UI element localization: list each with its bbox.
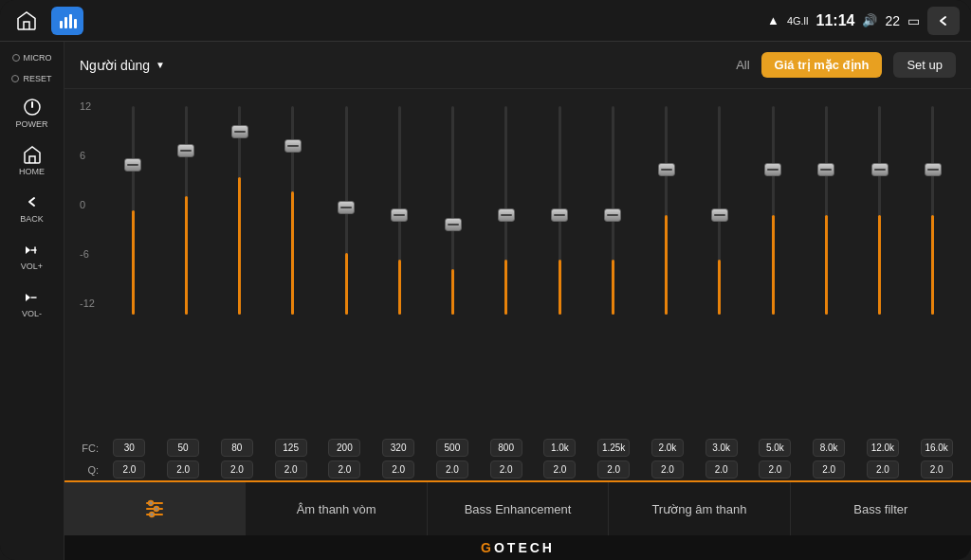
- slider-track-container-125[interactable]: [284, 106, 302, 315]
- fc-cell-80[interactable]: 80: [221, 439, 253, 457]
- q-cell-12.0k[interactable]: 2.0: [867, 461, 899, 479]
- tab-bass-enhancement[interactable]: Bass Enhancement: [428, 482, 609, 535]
- q-cell-125[interactable]: 2.0: [275, 461, 307, 479]
- slider-handle-50[interactable]: [177, 144, 194, 157]
- slider-track-container-500[interactable]: [444, 106, 463, 315]
- fc-cell-30[interactable]: 30: [113, 439, 145, 457]
- fc-cell-5.0k[interactable]: 5.0k: [759, 439, 791, 457]
- slider-handle-16.0k[interactable]: [925, 163, 942, 176]
- slider-handle-1.0k[interactable]: [551, 208, 568, 222]
- slider-col-800: [497, 106, 516, 315]
- slider-track-80: [238, 106, 241, 315]
- default-button[interactable]: Giá trị mặc định: [761, 52, 883, 78]
- sidebar-item-back[interactable]: BACK: [0, 186, 64, 229]
- sidebar-item-home[interactable]: HOME: [0, 138, 64, 182]
- slider-handle-125[interactable]: [284, 139, 302, 153]
- home-icon[interactable]: [11, 6, 42, 36]
- slider-fill-1.25k: [612, 260, 614, 315]
- slider-handle-5.0k[interactable]: [764, 163, 781, 176]
- power-icon: [22, 97, 43, 117]
- sidebar-item-reset[interactable]: RESET: [4, 70, 59, 87]
- slider-handle-200[interactable]: [338, 201, 355, 214]
- slider-track-container-3.0k[interactable]: [710, 106, 729, 315]
- slider-track-container-12.0k[interactable]: [870, 106, 889, 315]
- scale-12: 12: [80, 100, 95, 112]
- slider-track-container-8.0k[interactable]: [816, 106, 835, 315]
- slider-track-container-30[interactable]: [123, 106, 142, 315]
- sidebar-item-vol-plus[interactable]: VOL+: [0, 233, 64, 277]
- fc-cell-50[interactable]: 50: [167, 439, 199, 457]
- slider-fill-50: [185, 196, 188, 315]
- fc-cell-125[interactable]: 125: [275, 439, 307, 457]
- slider-track-container-800[interactable]: [497, 106, 516, 315]
- tab-bass-filter[interactable]: Bass filter: [791, 482, 971, 535]
- q-cell-2.0k[interactable]: 2.0: [651, 461, 684, 479]
- svg-point-6: [149, 501, 154, 506]
- setup-button[interactable]: Set up: [893, 52, 956, 78]
- slider-track-container-1.25k[interactable]: [603, 106, 622, 315]
- back-label: BACK: [20, 214, 44, 224]
- power-label: POWER: [15, 119, 47, 129]
- scale-neg6: -6: [80, 248, 95, 260]
- fc-cell-8.0k[interactable]: 8.0k: [813, 439, 845, 457]
- slider-handle-80[interactable]: [231, 125, 248, 138]
- slider-track-container-5.0k[interactable]: [763, 106, 782, 315]
- slider-track-container-50[interactable]: [176, 106, 195, 315]
- q-cell-1.0k[interactable]: 2.0: [543, 461, 576, 479]
- slider-handle-12.0k[interactable]: [871, 163, 889, 176]
- slider-handle-30[interactable]: [124, 158, 141, 172]
- sidebar-item-power[interactable]: POWER: [0, 91, 64, 135]
- micro-dot: [12, 54, 20, 62]
- slider-track-container-80[interactable]: [230, 106, 249, 315]
- tab-truong-am-thanh[interactable]: Trường âm thanh: [609, 482, 790, 535]
- q-cell-8.0k[interactable]: 2.0: [813, 461, 845, 479]
- slider-fill-30: [132, 210, 135, 315]
- slider-fill-80: [238, 177, 241, 315]
- slider-track-container-200[interactable]: [337, 106, 356, 315]
- q-cell-16.0k[interactable]: 2.0: [921, 461, 953, 479]
- fc-cell-320[interactable]: 320: [382, 439, 414, 457]
- slider-handle-320[interactable]: [391, 208, 408, 222]
- slider-track-container-320[interactable]: [390, 106, 409, 315]
- q-cell-5.0k[interactable]: 2.0: [759, 461, 791, 479]
- preset-dropdown[interactable]: Người dùng ▼: [80, 58, 165, 73]
- q-cell-320[interactable]: 2.0: [382, 461, 414, 479]
- fc-cell-500[interactable]: 500: [436, 439, 468, 457]
- q-cell-800[interactable]: 2.0: [490, 461, 522, 479]
- slider-handle-8.0k[interactable]: [817, 163, 834, 176]
- slider-track-container-16.0k[interactable]: [924, 106, 943, 315]
- eq-icon[interactable]: [51, 7, 83, 35]
- back-sidebar-icon: [22, 191, 43, 212]
- q-cell-200[interactable]: 2.0: [328, 461, 360, 479]
- sidebar-item-micro[interactable]: MICRO: [5, 49, 60, 66]
- fc-cell-1.0k[interactable]: 1.0k: [543, 439, 576, 457]
- slider-handle-2.0k[interactable]: [658, 163, 675, 176]
- fc-cell-1.25k[interactable]: 1.25k: [597, 439, 630, 457]
- slider-col-200: [337, 106, 356, 315]
- q-cell-1.25k[interactable]: 2.0: [597, 461, 630, 479]
- q-cell-50[interactable]: 2.0: [167, 461, 199, 479]
- sidebar-item-vol-minus[interactable]: VOL-: [0, 280, 64, 324]
- q-cell-30[interactable]: 2.0: [113, 461, 145, 479]
- q-cell-500[interactable]: 2.0: [436, 461, 468, 479]
- slider-handle-3.0k[interactable]: [711, 208, 728, 222]
- slider-handle-800[interactable]: [498, 208, 515, 222]
- fc-cell-800[interactable]: 800: [490, 439, 522, 457]
- fc-cell-16.0k[interactable]: 16.0k: [921, 439, 953, 457]
- tab-equalizer[interactable]: [64, 482, 246, 535]
- fc-cell-2.0k[interactable]: 2.0k: [651, 439, 684, 457]
- slider-col-1.0k: [550, 106, 569, 315]
- slider-handle-500[interactable]: [445, 218, 462, 231]
- tab-am-thanh-vom[interactable]: Âm thanh vòm: [246, 482, 427, 535]
- fc-cell-200[interactable]: 200: [328, 439, 360, 457]
- slider-handle-1.25k[interactable]: [604, 208, 621, 222]
- q-cell-80[interactable]: 2.0: [221, 461, 253, 479]
- slider-track-container-1.0k[interactable]: [550, 106, 569, 315]
- preset-label: Người dùng: [80, 58, 150, 73]
- back-button[interactable]: [927, 7, 960, 35]
- slider-track-container-2.0k[interactable]: [657, 106, 676, 315]
- main-layout: MICRO RESET POWER HOME: [0, 42, 971, 560]
- fc-cell-3.0k[interactable]: 3.0k: [705, 439, 738, 457]
- fc-cell-12.0k[interactable]: 12.0k: [867, 439, 899, 457]
- q-cell-3.0k[interactable]: 2.0: [705, 461, 738, 479]
